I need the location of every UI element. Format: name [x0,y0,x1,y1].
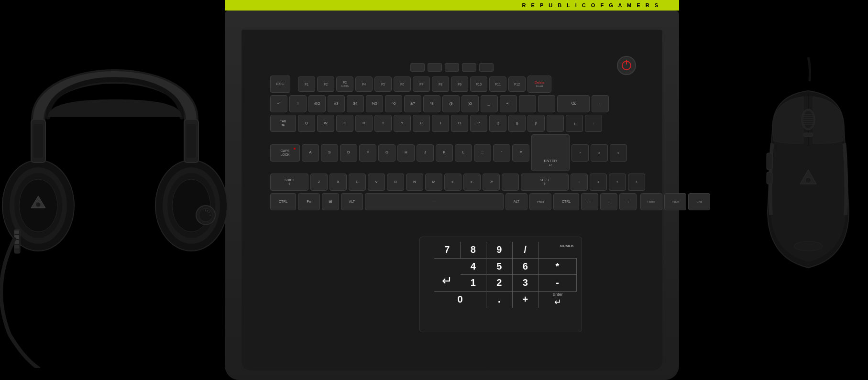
np-key-7[interactable]: 7 [434,242,461,259]
key-v[interactable]: V [368,174,385,191]
key-pgdn[interactable]: PgDn [664,193,686,210]
key-lbracket[interactable]: [{ [489,115,506,132]
key-6[interactable]: ^6 [385,95,402,112]
key-f2[interactable]: F2 [317,76,334,92]
key-n[interactable]: N [406,174,423,191]
key-prtsc[interactable]: PrtSc [529,193,551,210]
key-hash[interactable]: # [512,144,529,162]
key-1[interactable]: ! [289,95,307,112]
key-e[interactable]: E [336,115,353,132]
key-enter[interactable]: ENTER↵ [531,134,570,171]
key-fn[interactable]: Fn [298,193,320,210]
fn-icon-rog[interactable] [479,63,494,72]
key-l[interactable]: L [455,144,472,162]
key-0[interactable]: )0 [461,95,479,112]
key-2[interactable] [519,95,536,112]
key-left[interactable]: ← [581,193,598,210]
key-f[interactable]: F [359,144,376,162]
key-minus[interactable]: _- [481,95,498,112]
np-key-numlk[interactable]: NUMLK [538,242,577,259]
key-g[interactable]: G [378,144,396,162]
key-3[interactable]: #3 [328,95,345,112]
np-key-5[interactable]: 5 [486,259,513,275]
key-backtick[interactable]: ~` [270,95,287,112]
key-q[interactable]: Q [298,115,315,132]
key-ctrl-left[interactable]: CTRL [270,193,296,210]
key-a[interactable]: A [302,144,319,162]
key-d[interactable]: D [340,144,357,162]
key-f12[interactable]: F12 [508,76,526,92]
key-f4[interactable]: F4 [355,76,373,92]
key-f6[interactable]: F6 [394,76,411,92]
key-i[interactable]: I [432,115,449,132]
key-c[interactable]: C [349,174,366,191]
np-key-6[interactable]: 6 [513,259,539,275]
key-h[interactable]: H [397,144,415,162]
key-j[interactable]: J [417,144,434,162]
key-p[interactable]: P [470,115,487,132]
key-f1[interactable]: F1 [298,76,315,92]
key-f3[interactable]: F3AURA [336,76,353,92]
key-period[interactable]: >. [463,174,481,191]
key-5[interactable]: %5 [366,95,383,112]
np-key-4[interactable]: 4 [461,259,487,275]
key-slash[interactable]: ?/ [483,174,500,191]
key-right[interactable]: → [619,193,637,210]
key-space[interactable]: — [365,193,504,210]
key-f9[interactable]: F9 [451,76,468,92]
np-key-8[interactable]: 8 [461,242,487,259]
np-key-div[interactable]: / [513,242,539,259]
key-w[interactable]: W [317,115,334,132]
touchpad[interactable]: 7 8 9 / NUMLK 4 5 6 * ↵ [419,237,582,332]
np-key-minus[interactable]: - [538,275,577,292]
np-key-dot[interactable]: . [486,292,513,308]
key-shift-left[interactable]: SHIFT⇧ [270,174,308,191]
key-home[interactable]: Home [640,193,662,210]
key-o[interactable]: O [451,115,468,132]
key-numpg[interactable]: ⇟ [566,115,583,132]
fn-icon-3[interactable] [445,63,459,72]
key-z[interactable]: Z [310,174,328,191]
key-r[interactable]: R [355,115,373,132]
key-numend[interactable]: ↓ [585,115,602,132]
key-f5[interactable]: F5 [374,76,392,92]
key-shift-right[interactable]: SHIFT⇧ [521,174,569,191]
key-del[interactable]: DeleteInsert [527,76,551,93]
key-ro[interactable] [502,174,519,191]
key-4[interactable]: $4 [347,95,364,112]
key-3[interactable] [538,95,555,112]
fn-icon-2[interactable] [428,63,442,72]
fn-icon-1[interactable] [410,63,425,72]
key-backslash[interactable]: |\ [527,115,545,132]
key-8[interactable]: *8 [423,95,440,112]
key-pipe2[interactable] [547,115,564,132]
key-y[interactable]: Y [394,115,411,132]
fn-icon-4[interactable] [462,63,476,72]
key-f10[interactable]: F10 [470,76,487,92]
key-pgup[interactable]: ↑ [571,174,588,191]
key-ins[interactable]: ← [592,95,609,112]
np-key-3[interactable]: 3 [513,275,539,292]
key-caps[interactable]: CAPSLOCK [270,144,300,162]
key-s[interactable]: S [321,144,338,162]
key-num7[interactable]: 7 [571,144,589,162]
key-alt-right[interactable]: ALT [505,193,527,210]
key-9[interactable]: (9 [442,95,460,112]
key-tab[interactable]: TAB↹ [270,115,296,132]
np-key-1[interactable]: 1 [461,275,487,292]
key-num6[interactable]: 6 [628,174,645,191]
key-ctrl-right[interactable]: CTRL [553,193,579,210]
key-m[interactable]: M [425,174,442,191]
key-2[interactable]: @2 [308,95,326,112]
key-t[interactable]: T [374,115,392,132]
key-end[interactable]: End [688,193,710,210]
np-key-2[interactable]: 2 [486,275,513,292]
key-u[interactable]: U [413,115,430,132]
key-alt-left[interactable]: ALT [341,193,363,210]
np-key-mul[interactable]: * [538,259,577,275]
key-num5[interactable]: 5 [609,174,626,191]
key-7[interactable]: &7 [404,95,421,112]
key-num9[interactable]: 9 [610,144,627,162]
key-num8[interactable]: 8 [591,144,608,162]
key-win[interactable]: ⊞ [322,193,339,210]
